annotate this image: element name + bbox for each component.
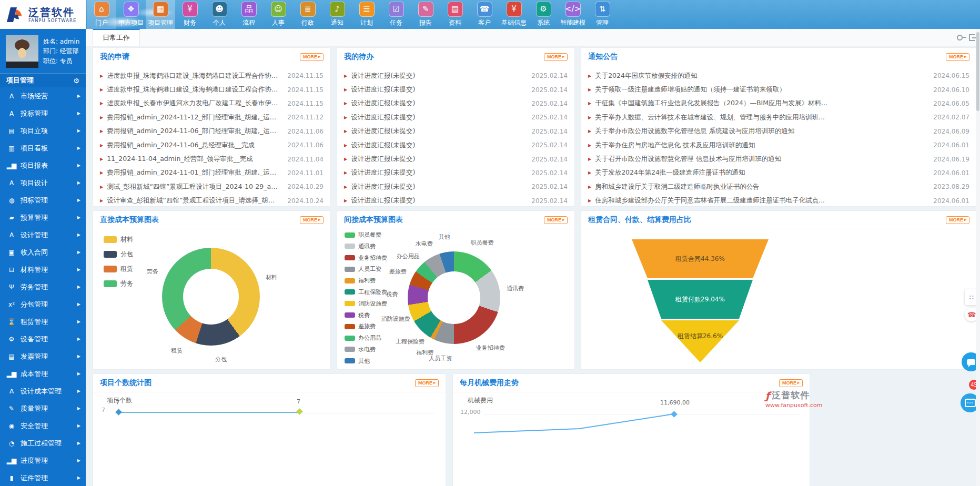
top-nav-item[interactable]: ☑ 任务 xyxy=(381,0,411,29)
top-nav-item[interactable]: ❖ 甲方项目 xyxy=(116,0,146,29)
sidebar-item[interactable]: ◍ 招标管理 ▶ xyxy=(0,191,86,209)
legend-item[interactable]: 工程保险费 xyxy=(345,288,387,296)
sidebar-item[interactable]: A 投标管理 ▶ xyxy=(0,105,86,122)
fanpu-watermark[interactable]: ƒ 泛普软件 www.fanpusoft.com xyxy=(765,389,822,409)
sidebar-item[interactable]: ✎ 质量管理 ▶ xyxy=(0,400,86,417)
sidebar-item[interactable]: ▂▆ 成本管理 ▶ xyxy=(0,365,86,382)
top-nav-item[interactable]: 品 流程 xyxy=(234,0,264,29)
indirect-cost-donut-chart[interactable] xyxy=(408,251,500,344)
list-item[interactable]: ▶ 关于领取一级注册建造师增项贴的通知（须持一建证书前来领取） 2024.06.… xyxy=(588,83,969,96)
funnel-stage-contract[interactable]: 租赁合同44.36% xyxy=(632,239,769,278)
top-nav-item[interactable]: ☰ 计划 xyxy=(352,0,381,29)
list-item[interactable]: ▶ 关于举办住房与房地产信息化 技术及应用培训班的通知 2024.06.01 xyxy=(588,138,969,152)
top-nav-item[interactable]: ⇅ 管理 xyxy=(588,0,617,29)
sidebar-item[interactable]: ▰ 预算管理 ▶ xyxy=(0,209,86,226)
list-item[interactable]: ▶ 测试_彭祖新城“四馆”景观工程设计项目_2024-10-29_admin_结… xyxy=(100,180,324,194)
list-item[interactable]: ▶ 设计进度汇报(未提交) 2025.02.14 xyxy=(344,180,568,194)
list-item[interactable]: ▶ 设计进度汇报(未提交) 2025.02.14 xyxy=(344,152,568,166)
machinery-cost-line-chart[interactable]: 机械费用 12,000 11,690.00 xyxy=(453,392,810,486)
user-avatar[interactable] xyxy=(6,35,38,68)
legend-item[interactable]: 业务招待费 xyxy=(345,254,387,262)
top-nav-item[interactable]: ☎ 客户 xyxy=(470,0,499,29)
list-item[interactable]: ▶ 关于2024年国庆节放假安排的通知 2024.06.15 xyxy=(588,69,969,83)
list-item[interactable]: ▶ 房和城乡建设厅关于取消二级建造师临时执业证书的公告 2023.08.29 xyxy=(588,180,969,194)
list-item[interactable]: ▶ 于征集《中国建筑施工行业信息化发展报告（2024）—BIM应用与发展》材料.… xyxy=(588,97,969,110)
list-item[interactable]: ▶ 设计进度汇报(未提交) 2025.02.14 xyxy=(344,138,568,152)
list-item[interactable]: ▶ 关于举办市政公用设施数字化管理信息 系统建设与应用培训班的通知 2024.0… xyxy=(588,125,969,138)
funnel-stage-payment[interactable]: 租赁付款29.04% xyxy=(648,280,753,319)
sidebar-item[interactable]: A 设计管理 ▶ xyxy=(0,226,86,244)
list-item[interactable]: ▶ 费用报销_admin_2024-11-12_部门经理审批_胡建,_运行中 2… xyxy=(100,110,324,124)
more-button[interactable]: MORE xyxy=(946,216,969,224)
lease-funnel-chart[interactable]: 租赁合同44.36% 租赁付款29.04% 租赁结算26.6% xyxy=(632,239,769,362)
more-button[interactable]: MORE xyxy=(779,379,803,387)
top-nav-item[interactable]: ▤ 资料 xyxy=(440,0,470,29)
sidebar-item[interactable]: ▣ 收入合同 ▶ xyxy=(0,244,86,261)
sidebar-item[interactable]: ▤ 发票管理 ▶ xyxy=(0,348,86,365)
top-nav-item[interactable]: ≣ 行政 xyxy=(293,0,322,29)
top-nav-item[interactable]: ⚙ 系统 xyxy=(529,0,558,29)
sidebar-item[interactable]: ▥ 项目看板 ▶ xyxy=(0,139,86,157)
legend-item[interactable]: 职员餐费 xyxy=(345,231,387,239)
page-scrollbar[interactable] xyxy=(976,29,980,486)
list-item[interactable]: ▶ 进度款申报_珠海鹤港口建设_珠海鹤港口建设工程合作协议书_admin_...… xyxy=(100,83,324,96)
list-item[interactable]: ▶ 设计进度汇报(未提交) 2025.02.14 xyxy=(344,97,568,110)
legend-item[interactable]: 劳务 xyxy=(104,279,133,288)
sidebar-item[interactable]: A 项目设计 ▶ xyxy=(0,174,86,191)
more-button[interactable]: MORE xyxy=(415,379,439,387)
sidebar-item[interactable]: ▮ 证件管理 ▶ xyxy=(0,469,86,486)
legend-item[interactable]: 材料 xyxy=(104,235,133,244)
sidebar-item[interactable]: Ψ 劳务管理 ▶ xyxy=(0,278,86,296)
legend-item[interactable]: 办公用品 xyxy=(345,334,387,342)
list-item[interactable]: ▶ 设计进度汇报(未提交) 2025.02.14 xyxy=(344,125,568,138)
more-button[interactable]: MORE xyxy=(300,53,324,61)
data-point-marker[interactable] xyxy=(296,408,303,415)
top-nav-item[interactable]: ¥ 基础信息 xyxy=(499,0,529,29)
top-nav-item[interactable]: ☻ 个人 xyxy=(205,0,234,29)
list-item[interactable]: ▶ 关于召开市政公用设施智慧化管理 信息技术与应用培训班的通知 2024.06.… xyxy=(588,152,969,166)
list-item[interactable]: ▶ 设计进度汇报(未提交) 2025.02.14 xyxy=(344,69,568,83)
sidebar-item[interactable]: A 市场经营 ▶ xyxy=(0,87,86,105)
top-nav-item[interactable]: ¥ 财务 xyxy=(175,0,205,29)
top-nav-item[interactable]: ♪ 通知 xyxy=(322,0,352,29)
legend-item[interactable]: 其他 xyxy=(345,357,387,365)
exit-icon[interactable] xyxy=(969,34,975,41)
top-nav-item[interactable]: </> 智能建模 xyxy=(558,0,588,29)
list-item[interactable]: ▶ 设计进度汇报(未提交) 2025.02.14 xyxy=(344,166,568,180)
list-item[interactable]: ▶ 费用报销_admin_2024-11-06_部门经理审批_胡建,_运行中 2… xyxy=(100,125,324,138)
data-point-marker[interactable] xyxy=(115,409,122,416)
legend-item[interactable]: 租赁 xyxy=(104,265,133,274)
gear-icon[interactable]: ⚙ xyxy=(73,77,79,85)
list-item[interactable]: ▶ 关于发放2024年第24批一级建造师注册证书的通知 2024.06.01 xyxy=(588,166,969,180)
legend-item[interactable]: 通讯费 xyxy=(345,242,387,250)
sidebar-item[interactable]: ⚙ 设备管理 ▶ xyxy=(0,330,86,348)
list-item[interactable]: ▶ 设计进度汇报(未提交) 2025.02.14 xyxy=(344,83,568,96)
sidebar-item[interactable]: x² 分包管理 ▶ xyxy=(0,296,86,313)
direct-cost-donut-chart[interactable] xyxy=(162,248,260,346)
list-item[interactable]: ▶ 费用报销_admin_2024-11-01_部门经理审批_胡建,_运行中 2… xyxy=(100,166,324,180)
list-item[interactable]: ▶ 住房和城乡建设部办公厅关于同意吉林省开展二级建造师注册证书电子化试点... … xyxy=(588,194,969,207)
top-nav-item[interactable]: ▦ 项目管理 xyxy=(146,0,175,29)
tab-daily-work[interactable]: 日常工作 xyxy=(93,29,140,46)
funnel-stage-settlement[interactable]: 租赁结算26.6% xyxy=(661,320,739,362)
legend-item[interactable]: 税费 xyxy=(345,311,387,319)
key-icon[interactable] xyxy=(957,35,963,40)
sidebar-item[interactable]: ⌛ 租赁管理 ▶ xyxy=(0,313,86,330)
top-nav-item[interactable]: ☺ 人事 xyxy=(264,0,293,29)
list-item[interactable]: ▶ 进度款申报_长春市伊通河水力发电厂改建工程_长春市伊通河水力发电... 20… xyxy=(100,97,324,110)
more-button[interactable]: MORE xyxy=(544,216,568,224)
list-item[interactable]: ▶ 费用报销_admin_2024-11-06_总经理审批__完成 2024.1… xyxy=(100,138,324,152)
more-button[interactable]: MORE xyxy=(544,53,568,61)
sidebar-item[interactable]: ▂▆ 进度管理 ▶ xyxy=(0,452,86,469)
legend-item[interactable]: 分包 xyxy=(104,250,133,259)
list-item[interactable]: ▶ 设计进度汇报(未提交) 2025.02.14 xyxy=(344,194,568,207)
sidebar-module-header[interactable]: 项目管理 ⚙ xyxy=(0,73,86,87)
top-nav-item[interactable]: ✎ 报告 xyxy=(411,0,440,29)
sidebar-item[interactable]: ◉ 安全管理 ▶ xyxy=(0,417,86,434)
sidebar-item[interactable]: ◔ 施工过程管理 ▶ xyxy=(0,434,86,452)
list-item[interactable]: ▶ 关于举办大数据、云计算技术在城市建设、规划、管理与服务中的应用培训班... … xyxy=(588,110,969,124)
sidebar-item[interactable]: ▂▆ 项目报表 ▶ xyxy=(0,157,86,174)
top-nav-item[interactable]: ⌂ 门户 xyxy=(87,0,116,29)
list-item[interactable]: ▶ 设计进度汇报(未提交) 2025.02.14 xyxy=(344,110,568,124)
legend-item[interactable]: 消防设施费 xyxy=(345,300,387,308)
